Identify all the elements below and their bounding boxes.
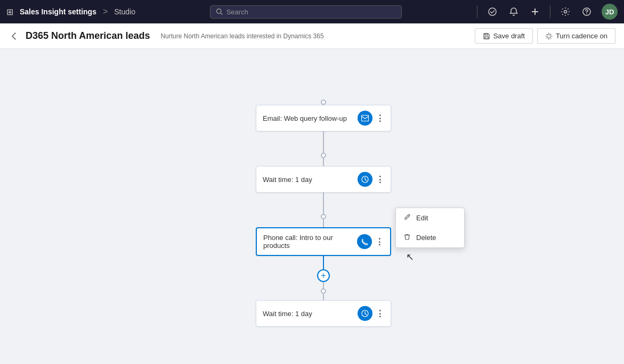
node-more-wait1[interactable]: ⋮ xyxy=(376,175,384,185)
turn-cadence-on-button[interactable]: Turn cadence on xyxy=(537,28,615,44)
node-label-wait2: Wait time: 1 day xyxy=(263,310,353,318)
nav-divider-left xyxy=(477,5,477,18)
add-step-button[interactable]: + xyxy=(317,269,330,282)
nav-settings-icon[interactable] xyxy=(559,5,572,18)
toggle-icon xyxy=(545,32,553,40)
save-draft-button[interactable]: Save draft xyxy=(475,28,533,44)
search-icon xyxy=(216,8,223,15)
context-menu: Edit Delete xyxy=(395,208,465,248)
nav-bell-icon[interactable] xyxy=(507,5,520,18)
svg-rect-9 xyxy=(485,34,488,35)
page-subtitle: Nurture North American leads interested … xyxy=(160,32,323,40)
email-icon-circle xyxy=(358,111,372,126)
flow-node-4: Wait time: 1 day ⋮ xyxy=(256,300,391,327)
search-bar[interactable] xyxy=(210,5,402,19)
connector-1 xyxy=(321,131,326,166)
sub-header: D365 North American leads Nurture North … xyxy=(0,23,624,49)
phone-icon-circle xyxy=(357,234,372,249)
save-icon xyxy=(483,32,490,40)
connector-line-1b xyxy=(323,158,324,166)
grid-icon[interactable]: ⊞ xyxy=(6,7,13,17)
edit-icon xyxy=(403,213,411,222)
flow-node-2: Wait time: 1 day ⋮ xyxy=(256,166,391,193)
studio-label: Studio xyxy=(114,7,135,16)
search-input[interactable] xyxy=(226,8,396,16)
connector-line-3 xyxy=(323,256,324,269)
connector-line-1 xyxy=(323,131,324,153)
app-title: Sales Insight settings xyxy=(20,7,96,16)
svg-point-5 xyxy=(564,11,566,13)
svg-point-7 xyxy=(586,13,587,14)
nav-check-icon[interactable] xyxy=(486,5,499,18)
svg-rect-8 xyxy=(485,37,488,39)
node-more-wait2[interactable]: ⋮ xyxy=(376,309,384,319)
back-button[interactable] xyxy=(9,31,19,42)
connector-dot-2 xyxy=(321,214,326,219)
flow-node-1: Email: Web query follow-up ⋮ xyxy=(256,105,391,131)
connector-2 xyxy=(321,193,326,227)
nav-help-icon[interactable] xyxy=(580,5,593,18)
svg-point-0 xyxy=(217,9,221,13)
connector-dot-1 xyxy=(321,153,326,158)
nav-right-icons: JD xyxy=(477,4,618,20)
connector-line-2 xyxy=(323,193,324,214)
svg-rect-10 xyxy=(362,115,369,121)
flow-node-3: Phone call: Intro to our products ⋮ xyxy=(256,227,391,256)
context-menu-delete[interactable]: Delete xyxy=(396,228,464,247)
connector-3: + xyxy=(317,256,330,300)
node-label-wait1: Wait time: 1 day xyxy=(263,176,353,184)
canvas: Email: Web query follow-up ⋮ Wait time: … xyxy=(0,49,624,364)
node-label-phone: Phone call: Intro to our products xyxy=(263,234,353,250)
user-avatar[interactable]: JD xyxy=(602,4,618,20)
top-navigation: ⊞ Sales Insight settings > Studio xyxy=(0,0,624,23)
page-title: D365 North American leads xyxy=(26,30,150,42)
context-menu-edit[interactable]: Edit xyxy=(396,208,464,228)
header-actions: Save draft Turn cadence on xyxy=(475,28,615,44)
nav-separator: > xyxy=(103,7,108,16)
nav-plus-icon[interactable] xyxy=(529,5,541,18)
connector-line-3b xyxy=(323,282,324,288)
wait1-icon-circle xyxy=(358,172,372,187)
node-card-wait1[interactable]: Wait time: 1 day ⋮ xyxy=(256,166,391,193)
flow-container: Email: Web query follow-up ⋮ Wait time: … xyxy=(256,100,391,327)
connector-dot-3 xyxy=(321,288,326,294)
svg-line-1 xyxy=(221,13,222,14)
context-delete-label: Delete xyxy=(416,234,436,242)
nav-divider-right xyxy=(550,5,550,18)
node-card-phone[interactable]: Phone call: Intro to our products ⋮ xyxy=(256,227,391,256)
svg-point-2 xyxy=(489,8,496,15)
node-label-email: Email: Web query follow-up xyxy=(263,114,353,122)
connector-line-2b xyxy=(323,219,324,227)
node-card-wait2[interactable]: Wait time: 1 day ⋮ xyxy=(256,300,391,327)
cursor-indicator: ↖ xyxy=(406,251,414,263)
delete-icon xyxy=(403,233,411,242)
top-connector xyxy=(321,100,326,105)
node-more-email[interactable]: ⋮ xyxy=(376,113,384,123)
context-edit-label: Edit xyxy=(416,214,428,222)
node-more-phone[interactable]: ⋮ xyxy=(375,237,384,247)
node-card-email[interactable]: Email: Web query follow-up ⋮ xyxy=(256,105,391,131)
top-dot xyxy=(321,100,326,105)
wait2-icon-circle xyxy=(358,306,372,321)
connector-line-3c xyxy=(323,294,324,300)
